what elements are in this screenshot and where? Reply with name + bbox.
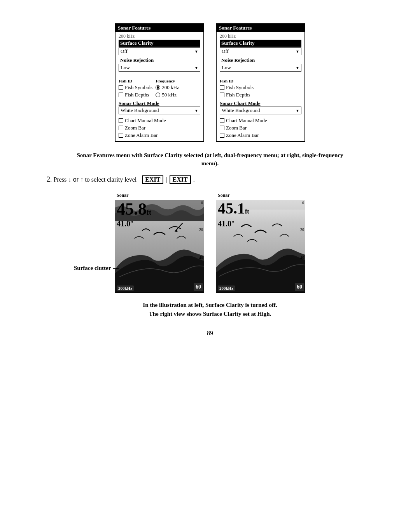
right-chart-mode-arrow: ▼: [296, 109, 299, 113]
right-scale-0: 0: [302, 201, 304, 205]
left-chart-mode-section: Sonar Chart Mode White Background ▼: [116, 100, 203, 117]
right-fish-id-row: Fish ID Fish Symbols Fish Depths: [217, 77, 304, 100]
left-fish-id-label: Fish ID: [119, 79, 152, 83]
left-sonar-header: Sonar: [115, 192, 204, 199]
left-surface-clarity-dropdown[interactable]: Off ▼: [119, 47, 200, 55]
right-scale-40: 40: [300, 256, 304, 260]
left-chart-mode-label: Sonar Chart Mode: [119, 100, 200, 107]
left-frequency-col: Frequency 200 kHz 50 kHz: [156, 79, 179, 98]
left-fish-id-row: Fish ID Fish Symbols Fish Depths Frequen…: [116, 77, 203, 100]
bottom-caption-line2: The right view shows Surface Clarity set…: [143, 310, 277, 319]
left-surface-clarity-arrow: ▼: [194, 49, 198, 54]
left-frequency-label: Frequency: [156, 79, 179, 83]
step2-line: 2. Press ↓ or ↑ to select clarity level …: [47, 175, 195, 184]
left-sonar-display: 45.8ft 41.0° 0 20 40 60 200kHz 60: [115, 200, 204, 292]
right-sonar-wrapper: Sonar: [216, 192, 305, 293]
right-surface-clarity-label: Surface Clarity: [220, 40, 301, 47]
right-sonar-menu: Sonar Features 200 kHz Surface Clarity O…: [216, 23, 305, 142]
right-sonar-display: 45.1ft 41.0° 0 20 40 60 200kHz 60: [216, 200, 305, 292]
right-chart-mode-section: Sonar Chart Mode White Background ▼: [217, 100, 304, 117]
right-surface-clarity-dropdown[interactable]: Off ▼: [220, 47, 301, 55]
left-chart-manual-row: Chart Manual Mode: [119, 117, 200, 124]
left-sonar-menu: Sonar Features 200 kHz Surface Clarity O…: [115, 23, 204, 142]
left-chart-mode-dropdown[interactable]: White Background ▼: [119, 107, 200, 114]
step2-arrows: ↓ or ↑: [68, 176, 83, 183]
surface-clutter-arrow-line: [113, 268, 119, 269]
left-sonar-wrapper: Sonar: [115, 192, 204, 293]
step2-num: 2.: [47, 175, 52, 183]
right-fish-id-col: Fish ID Fish Symbols Fish Depths: [220, 79, 254, 98]
exit-button-1[interactable]: EXIT: [142, 175, 163, 184]
left-noise-rejection-label: Noise Rejection: [119, 57, 200, 64]
right-zone-alarm-checkbox[interactable]: [220, 133, 224, 138]
right-sonar-header: Sonar: [216, 192, 305, 199]
right-menu-title: Sonar Features: [217, 24, 304, 32]
right-noise-rejection-label: Noise Rejection: [220, 57, 301, 64]
exit-button-2[interactable]: EXIT: [170, 175, 191, 184]
left-zone-alarm-checkbox[interactable]: [119, 133, 123, 138]
right-bottom-checkboxes: Chart Manual Mode Zoom Bar Zone Alarm Ba…: [217, 117, 304, 141]
left-fish-id-col: Fish ID Fish Symbols Fish Depths: [119, 79, 152, 98]
left-menu-title: Sonar Features: [116, 24, 203, 32]
surface-clutter-label: Surface clutter: [74, 265, 111, 271]
left-chart-mode-arrow: ▼: [194, 109, 198, 113]
menus-row: Sonar Features 200 kHz Surface Clarity O…: [115, 23, 305, 142]
right-fish-depths-row: Fish Depths: [220, 92, 254, 98]
left-scale-0: 0: [201, 201, 203, 205]
right-noise-rejection-arrow: ▼: [296, 66, 299, 70]
page-number: 89: [207, 330, 213, 337]
left-freq-label: 200 kHz: [119, 33, 200, 39]
right-fish-symbols-checkbox[interactable]: [220, 85, 224, 90]
left-noise-rejection-dropdown[interactable]: Low ▼: [119, 64, 200, 72]
right-surface-clarity-arrow: ▼: [296, 49, 299, 54]
left-sonar-depth: 45.8ft: [117, 201, 151, 218]
right-scale-20: 20: [300, 228, 304, 232]
left-200khz-radio[interactable]: [156, 85, 160, 90]
left-freq-badge: 200kHz: [117, 285, 134, 291]
right-chart-mode-label: Sonar Chart Mode: [220, 100, 301, 107]
right-chart-manual-checkbox[interactable]: [220, 118, 224, 123]
left-sonar-temp: 41.0°: [117, 219, 133, 228]
left-freq-label-section: 200 kHz Surface Clarity Off ▼ Noise Reje…: [116, 32, 203, 75]
left-bottom-checkboxes: Chart Manual Mode Zoom Bar Zone Alarm Ba…: [116, 117, 203, 141]
right-depth-badge: 60: [295, 283, 304, 291]
right-fish-depths-checkbox[interactable]: [220, 93, 224, 97]
right-depth-scale: 0 20 40 60: [297, 200, 304, 292]
right-sonar-temp: 41.0°: [218, 219, 234, 228]
left-zoom-bar-checkbox[interactable]: [119, 126, 123, 130]
left-chart-manual-checkbox[interactable]: [119, 118, 123, 123]
right-freq-badge: 200kHz: [218, 285, 235, 291]
left-scale-40: 40: [199, 256, 203, 260]
right-zoom-bar-row: Zoom Bar: [220, 125, 301, 131]
left-zone-alarm-row: Zone Alarm Bar: [119, 132, 200, 138]
left-fish-depths-checkbox[interactable]: [119, 93, 123, 97]
right-fish-symbols-row: Fish Symbols: [220, 84, 254, 91]
right-chart-manual-row: Chart Manual Mode: [220, 117, 301, 124]
right-freq-label: 200 kHz: [220, 33, 301, 39]
left-fish-symbols-row: Fish Symbols: [119, 84, 152, 91]
left-depth-badge: 60: [194, 283, 203, 291]
left-depth-scale: 0 20 40 60: [196, 200, 203, 292]
right-zone-alarm-row: Zone Alarm Bar: [220, 132, 301, 138]
left-fish-symbols-checkbox[interactable]: [119, 85, 123, 90]
left-50khz-row: 50 kHz: [156, 92, 179, 98]
bottom-caption: In the illustration at left, Surface Cla…: [143, 301, 277, 318]
right-zoom-bar-checkbox[interactable]: [220, 126, 224, 130]
bottom-caption-line1: In the illustration at left, Surface Cla…: [143, 301, 277, 310]
right-freq-label-section: 200 kHz Surface Clarity Off ▼ Noise Reje…: [217, 32, 304, 75]
menu-caption: Sonar Features menu with Surface Clarity…: [74, 151, 346, 168]
left-surface-clarity-label: Surface Clarity: [119, 40, 200, 47]
right-noise-rejection-dropdown[interactable]: Low ▼: [220, 64, 301, 72]
right-chart-mode-dropdown[interactable]: White Background ▼: [220, 107, 301, 114]
left-200khz-row: 200 kHz: [156, 84, 179, 91]
right-sonar-depth: 45.1ft: [218, 201, 249, 216]
left-sonar-image: Sonar: [115, 192, 204, 293]
left-50khz-radio[interactable]: [156, 93, 160, 97]
left-fish-depths-row: Fish Depths: [119, 92, 152, 98]
sonar-images-wrapper: Sonar: [115, 192, 305, 293]
right-fish-id-label: Fish ID: [220, 79, 254, 83]
left-noise-rejection-arrow: ▼: [194, 66, 198, 70]
left-zoom-bar-row: Zoom Bar: [119, 125, 200, 131]
left-scale-20: 20: [199, 228, 203, 232]
right-sonar-image: Sonar: [216, 192, 305, 293]
